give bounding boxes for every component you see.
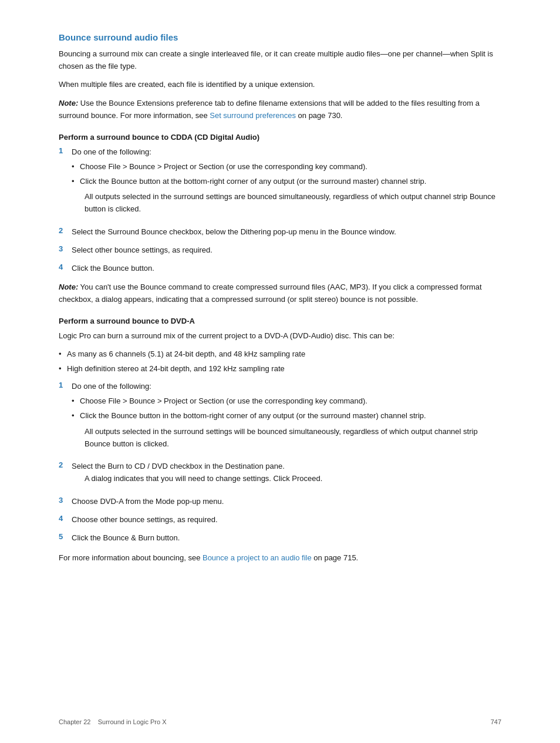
dvda-step-1-bullets: Choose File > Bounce > Project or Sectio…: [72, 395, 501, 422]
closing-suffix: on page 715.: [312, 553, 359, 562]
dvda-step-1: 1 Do one of the following: Choose File >…: [59, 381, 501, 455]
dvda-step-num-2: 2: [59, 460, 72, 469]
dvda-step-1-indent: All outputs selected in the surround set…: [85, 426, 501, 450]
cdda-step-2: 2 Select the Surround Bounce checkbox, b…: [59, 226, 501, 238]
dvda-bullet-1-2: Click the Bounce button in the bottom-ri…: [72, 410, 501, 422]
page-content: Bounce surround audio files Bouncing a s…: [0, 0, 560, 617]
bounce-project-link[interactable]: Bounce a project to an audio file: [203, 553, 312, 562]
dvda-bullet-1: As many as 6 channels (5.1) at 24-bit de…: [59, 348, 501, 361]
closing-text: For more information about bouncing, see: [59, 553, 203, 562]
subsection-title-2: Perform a surround bounce to DVD-A: [59, 317, 501, 325]
dvda-step-2-indent: A dialog indicates that you will need to…: [85, 473, 501, 485]
dvda-bullets: As many as 6 channels (5.1) at 24-bit de…: [59, 348, 501, 375]
step-content-2: Select the Surround Bounce checkbox, bel…: [72, 226, 501, 238]
dvda-step-content-4: Choose other bounce settings, as require…: [72, 514, 501, 526]
step-1-indent: All outputs selected in the surround set…: [85, 191, 501, 216]
step-text-1: Do one of the following:: [72, 147, 151, 156]
dvda-step-content-5: Click the Bounce & Burn button.: [72, 532, 501, 544]
note-block-2: Note: You can't use the Bounce command t…: [59, 281, 501, 306]
step-num-4: 4: [59, 263, 72, 271]
intro-paragraph-2: When multiple files are created, each fi…: [59, 79, 501, 91]
dvda-step-text-2: Select the Burn to CD / DVD checkbox in …: [72, 462, 285, 470]
cdda-steps-list: 1 Do one of the following: Choose File >…: [59, 146, 501, 274]
step-num-1: 1: [59, 146, 72, 155]
footer: Chapter 22 Surround in Logic Pro X 747: [0, 718, 560, 725]
step-content-3: Select other bounce settings, as require…: [72, 244, 501, 257]
subsection-title-1: Perform a surround bounce to CDDA (CD Di…: [59, 133, 501, 142]
note-text-2: You can't use the Bounce command to crea…: [59, 283, 482, 304]
cdda-step-3: 3 Select other bounce settings, as requi…: [59, 244, 501, 257]
bullet-1-1: Choose File > Bounce > Project or Sectio…: [72, 161, 501, 173]
dvda-step-content-3: Choose DVD-A from the Mode pop-up menu.: [72, 496, 501, 508]
subsection2-intro: Logic Pro can burn a surround mix of the…: [59, 330, 501, 342]
chapter-number: 22: [83, 718, 90, 725]
closing-paragraph: For more information about bouncing, see…: [59, 552, 501, 564]
step-num-2: 2: [59, 226, 72, 235]
dvda-step-2: 2 Select the Burn to CD / DVD checkbox i…: [59, 460, 501, 490]
chapter-info: Chapter 22 Surround in Logic Pro X: [59, 718, 166, 725]
step-1-bullets: Choose File > Bounce > Project or Sectio…: [72, 161, 501, 188]
cdda-step-1: 1 Do one of the following: Choose File >…: [59, 146, 501, 220]
dvda-step-num-1: 1: [59, 381, 72, 389]
dvda-step-num-5: 5: [59, 532, 72, 541]
chapter-label: Chapter 22 Surround in Logic Pro X: [59, 718, 166, 725]
step-content-1: Do one of the following: Choose File > B…: [72, 146, 501, 220]
dvda-step-text-1: Do one of the following:: [72, 382, 151, 391]
dvda-bullet-2: High definition stereo at 24-bit depth, …: [59, 363, 501, 375]
step-content-4: Click the Bounce button.: [72, 263, 501, 275]
bullet-1-2: Click the Bounce button at the bottom-ri…: [72, 176, 501, 188]
dvda-step-num-3: 3: [59, 496, 72, 505]
dvda-steps-list: 1 Do one of the following: Choose File >…: [59, 381, 501, 544]
section-title: Bounce surround audio files: [59, 32, 501, 42]
dvda-step-content-2: Select the Burn to CD / DVD checkbox in …: [72, 460, 501, 490]
cdda-step-4: 4 Click the Bounce button.: [59, 263, 501, 275]
note-label-2: Note:: [59, 283, 78, 291]
note-suffix-1: on page 730.: [296, 111, 343, 120]
dvda-step-3: 3 Choose DVD-A from the Mode pop-up menu…: [59, 496, 501, 508]
surround-preferences-link[interactable]: Set surround preferences: [210, 111, 296, 120]
chapter-title: Surround in Logic Pro X: [98, 718, 167, 725]
page-number: 747: [491, 718, 501, 725]
note-block-1: Note: Use the Bounce Extensions preferen…: [59, 98, 501, 122]
dvda-bullet-1-1: Choose File > Bounce > Project or Sectio…: [72, 395, 501, 408]
intro-paragraph-1: Bouncing a surround mix can create a sin…: [59, 48, 501, 73]
note-label-1: Note:: [59, 99, 78, 107]
dvda-step-num-4: 4: [59, 514, 72, 523]
dvda-step-content-1: Do one of the following: Choose File > B…: [72, 381, 501, 455]
step-num-3: 3: [59, 244, 72, 253]
dvda-step-5: 5 Click the Bounce & Burn button.: [59, 532, 501, 544]
chapter-word: Chapter: [59, 718, 82, 725]
dvda-step-4: 4 Choose other bounce settings, as requi…: [59, 514, 501, 526]
